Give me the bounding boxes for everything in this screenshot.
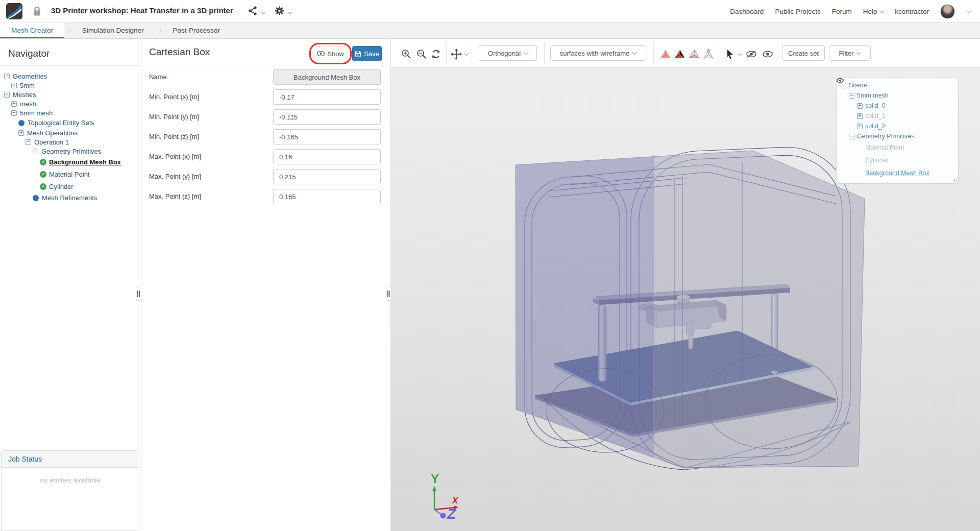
app-logo-icon[interactable] [6, 3, 22, 19]
navigator-panel: Navigator Geometries 5mm Meshes mesh 5mm… [0, 39, 141, 531]
viewport-toolbar: Orthogonal surfaces with wireframe [391, 39, 980, 67]
nav-public-projects[interactable]: Public Projects [775, 8, 820, 15]
collapse-icon[interactable] [4, 92, 10, 98]
collapse-icon[interactable] [26, 139, 31, 145]
collapse-icon[interactable] [849, 93, 854, 99]
render-mode-dropdown[interactable]: surfaces with wireframe [550, 45, 646, 61]
project-title: 3D Printer workshop: Heat Transfer in a … [51, 6, 233, 15]
tree-item-geometry-primitives[interactable]: Geometry Primitives [0, 147, 141, 156]
collapse-icon[interactable] [4, 74, 10, 79]
property-panel-grip[interactable] [386, 287, 391, 301]
scene-panel-resize-handle[interactable] [952, 177, 957, 182]
pan-move-icon[interactable] [450, 48, 462, 60]
render-canvas[interactable]: Y X Z Scene 5mm mesh solid_0 solid_1 sol… [391, 67, 980, 531]
min-x-input[interactable] [273, 89, 381, 105]
expand-icon[interactable] [11, 83, 17, 88]
tree-item-topological-entity-sets[interactable]: Topological Entity Sets [0, 117, 141, 128]
create-set-button[interactable]: Create set [782, 45, 825, 61]
projection-dropdown[interactable]: Orthogonal [479, 45, 537, 61]
max-z-input[interactable] [273, 189, 381, 204]
share-icon[interactable] [248, 6, 257, 17]
toolbar-divider [446, 42, 447, 64]
scene-item-material-point[interactable]: Material Point [837, 141, 958, 154]
select-faces-icon[interactable] [674, 48, 686, 60]
pan-menu-chevron-icon[interactable] [462, 48, 469, 60]
max-x-input[interactable] [273, 149, 381, 164]
tree-item-operation-1[interactable]: Operation 1 [0, 137, 141, 147]
scene-item-cylinder[interactable]: Cylinder [837, 154, 958, 166]
zoom-in-icon[interactable] [400, 48, 412, 60]
field-name: Name [141, 69, 390, 85]
save-button[interactable]: Save [352, 46, 382, 61]
expand-icon[interactable] [11, 101, 17, 107]
lock-icon [33, 6, 41, 16]
tab-mesh-creator[interactable]: Mesh Creator [0, 22, 64, 38]
settings-menu-chevron-icon[interactable] [287, 8, 292, 16]
tab-simulation-designer[interactable]: Simulation Designer [71, 22, 155, 38]
expand-icon[interactable] [857, 103, 863, 109]
field-min-y: Min. Point (y) [m] [141, 109, 390, 125]
expand-icon[interactable] [857, 113, 863, 119]
share-menu-chevron-icon[interactable] [260, 8, 265, 16]
nav-help[interactable]: Help [863, 8, 884, 15]
user-menu-chevron-icon[interactable] [967, 8, 972, 13]
nav-forum[interactable]: Forum [832, 8, 852, 15]
refresh-icon[interactable] [430, 48, 442, 60]
show-button[interactable]: Show [313, 46, 348, 61]
collapse-icon[interactable] [841, 83, 846, 88]
field-min-x: Min. Point (x) [m] [141, 89, 390, 105]
settings-gear-icon[interactable] [275, 6, 284, 17]
max-y-input[interactable] [273, 169, 381, 184]
scene-item-solid-0[interactable]: solid_0 [837, 101, 958, 111]
tree-item-5mm-mesh[interactable]: 5mm mesh [0, 108, 141, 117]
tree-item-mesh-refinements[interactable]: Mesh Refinements [0, 192, 141, 203]
scene-item-background-mesh-box[interactable]: Background Mesh Box [837, 166, 958, 179]
select-nodes-icon[interactable] [702, 48, 715, 60]
collapse-icon[interactable] [33, 149, 38, 154]
scene-item-geometry-primitives[interactable]: Geometry Primitives [837, 131, 958, 141]
save-floppy-icon [355, 51, 361, 57]
top-header: 3D Printer workshop: Heat Transfer in a … [0, 0, 980, 22]
scene-item-scene[interactable]: Scene [837, 80, 958, 90]
expand-icon[interactable] [857, 124, 863, 129]
hide-selection-eye-slash-icon[interactable] [745, 48, 757, 60]
collapse-icon[interactable] [849, 134, 854, 139]
zoom-out-icon[interactable] [415, 48, 428, 60]
show-all-eye-icon[interactable] [762, 48, 774, 60]
select-edges-icon[interactable] [688, 48, 700, 60]
tree-item-meshes[interactable]: Meshes [0, 90, 141, 99]
min-y-input[interactable] [273, 109, 381, 125]
tree-item-geometries[interactable]: Geometries [0, 71, 141, 81]
scene-item-solid-1[interactable]: solid_1 [837, 111, 958, 121]
tree-item-5mm[interactable]: 5mm [0, 81, 141, 90]
nav-dashboard[interactable]: Dashboard [730, 8, 764, 15]
tree-item-cylinder[interactable]: Cylinder [0, 180, 141, 192]
scene-item-5mm-mesh[interactable]: 5mm mesh [837, 90, 958, 101]
scene-item-solid-2[interactable]: solid_2 [837, 121, 958, 131]
tree-item-mesh-operations[interactable]: Mesh Operations [0, 128, 141, 137]
tree-item-background-mesh-box[interactable]: Background Mesh Box [0, 156, 141, 168]
tree-item-material-point[interactable]: Material Point [0, 168, 141, 180]
nav-username[interactable]: kcontractor [895, 8, 929, 15]
axes-triad: Y X Z [431, 472, 459, 522]
name-input[interactable] [273, 69, 381, 85]
navigator-panel-grip[interactable] [136, 287, 141, 301]
toolbar-divider [653, 42, 654, 64]
toolbar-divider [719, 42, 719, 64]
collapse-icon[interactable] [18, 130, 24, 136]
cursor-menu-chevron-icon[interactable] [736, 48, 742, 60]
tab-post-processor[interactable]: Post-Processor [162, 22, 231, 38]
field-max-x: Max. Point (x) [m] [141, 149, 390, 164]
select-volumes-icon[interactable] [659, 48, 672, 60]
tree-item-mesh[interactable]: mesh [0, 99, 141, 108]
collapse-icon[interactable] [11, 110, 17, 116]
check-circle-icon [40, 159, 46, 165]
node-dot-icon [33, 195, 39, 201]
toolbar-divider [777, 42, 777, 64]
filter-dropdown[interactable]: Filter [829, 45, 871, 61]
visibility-eye-icon[interactable] [837, 78, 844, 83]
user-avatar[interactable] [940, 4, 955, 19]
min-z-input[interactable] [273, 129, 381, 144]
select-cursor-icon[interactable] [724, 48, 736, 60]
axis-label-x: X [452, 496, 459, 505]
